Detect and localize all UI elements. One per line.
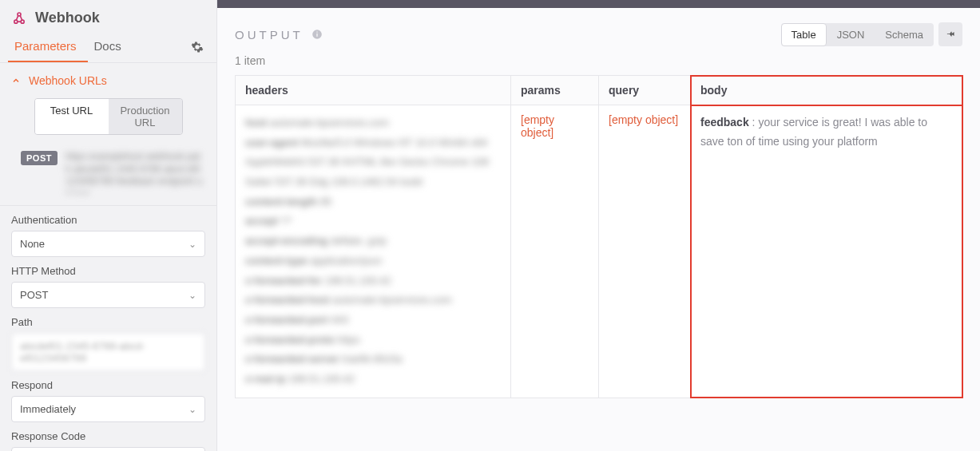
- respond-value: Immediately: [20, 403, 76, 415]
- pin-button[interactable]: [938, 22, 962, 46]
- col-body[interactable]: body: [691, 76, 962, 105]
- webhook-urls-label: Webhook URLs: [29, 74, 107, 87]
- body-sep: :: [749, 116, 759, 129]
- view-schema[interactable]: Schema: [875, 23, 934, 46]
- right-panel: OUTPUT Table JSON Schema 1 item headers …: [217, 0, 980, 451]
- chevron-down-icon: ⌄: [188, 239, 196, 250]
- tabs: Parameters Docs: [0, 31, 216, 63]
- webhook-icon: [11, 10, 27, 26]
- url-mode-test[interactable]: Test URL: [35, 99, 109, 134]
- svg-rect-4: [316, 34, 317, 37]
- authentication-select[interactable]: None ⌄: [11, 231, 205, 257]
- info-icon[interactable]: [311, 29, 323, 40]
- view-json[interactable]: JSON: [827, 23, 875, 46]
- path-input[interactable]: abcdef01-2345-6789-abcd-ef0123456789: [11, 333, 205, 371]
- output-table: headers params query body host automate-…: [235, 75, 962, 398]
- cell-params: [empty object]: [511, 105, 599, 398]
- path-value: abcdef01-2345-6789-abcd-ef0123456789: [20, 340, 196, 364]
- cell-body: feedback : your service is great! I was …: [691, 105, 962, 398]
- svg-point-2: [18, 13, 21, 16]
- http-method-value: POST: [20, 289, 48, 301]
- col-query[interactable]: query: [599, 76, 691, 105]
- empty-object: [empty object]: [609, 113, 678, 126]
- http-method-label: HTTP Method: [11, 265, 205, 277]
- chevron-down-icon: ⌄: [188, 404, 196, 415]
- cell-headers: host automate-bpservices.com user-agent …: [236, 105, 511, 398]
- chevron-up-icon: [11, 76, 21, 85]
- node-header: Webhook: [0, 0, 216, 31]
- col-params[interactable]: params: [511, 76, 599, 105]
- empty-object: [empty object]: [521, 113, 554, 139]
- tab-docs[interactable]: Docs: [88, 31, 133, 62]
- gear-icon[interactable]: [191, 41, 204, 53]
- output-header: OUTPUT Table JSON Schema: [217, 8, 980, 54]
- url-mode-production[interactable]: Production URL: [109, 99, 182, 134]
- http-method-select[interactable]: POST ⌄: [11, 282, 205, 308]
- webhook-url[interactable]: https examplehost webhook path abcdef01 …: [65, 151, 205, 194]
- webhook-url-block: POST https examplehost webhook path abcd…: [0, 151, 216, 206]
- col-headers[interactable]: headers: [236, 76, 511, 105]
- node-title: Webhook: [35, 10, 100, 26]
- response-code-label: Response Code: [11, 430, 205, 442]
- left-panel: Webhook Parameters Docs Webhook URLs Tes…: [0, 0, 217, 451]
- svg-rect-5: [316, 32, 317, 33]
- svg-point-0: [14, 20, 18, 23]
- authentication-label: Authentication: [11, 214, 205, 226]
- webhook-urls-toggle[interactable]: Webhook URLs: [11, 74, 205, 87]
- url-mode-toggle: Test URL Production URL: [34, 98, 183, 135]
- output-title: OUTPUT: [235, 28, 304, 42]
- method-badge: POST: [21, 151, 58, 165]
- response-code-input[interactable]: 200: [11, 447, 205, 451]
- path-label: Path: [11, 316, 205, 328]
- tab-parameters[interactable]: Parameters: [8, 31, 88, 62]
- body-key: feedback: [700, 116, 749, 129]
- view-mode-toggle: Table JSON Schema: [781, 23, 934, 46]
- topbar: [217, 0, 980, 8]
- cell-query: [empty object]: [599, 105, 691, 398]
- respond-label: Respond: [11, 379, 205, 391]
- view-table[interactable]: Table: [781, 23, 827, 46]
- respond-select[interactable]: Immediately ⌄: [11, 396, 205, 422]
- table-row: host automate-bpservices.com user-agent …: [236, 105, 962, 398]
- chevron-down-icon: ⌄: [188, 290, 196, 301]
- authentication-value: None: [20, 238, 45, 250]
- item-count: 1 item: [217, 54, 980, 75]
- svg-point-1: [21, 20, 24, 23]
